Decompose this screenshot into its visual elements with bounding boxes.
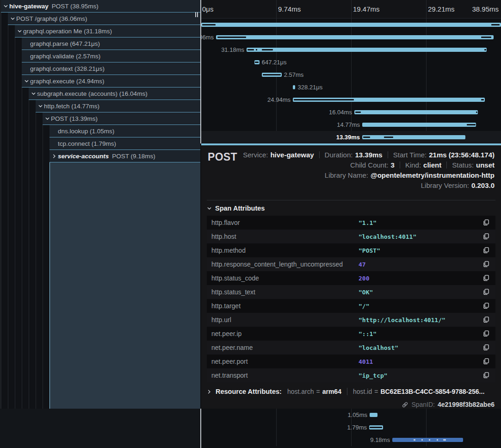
timeline-row[interactable]: 328.21μs bbox=[201, 81, 501, 93]
span-row-content[interactable]: POST /graphql (36.06ms) bbox=[8, 12, 200, 25]
chevron-down-icon[interactable] bbox=[23, 79, 30, 84]
timeline-row[interactable]: 13.39ms bbox=[201, 131, 501, 143]
ruler-tick-label: 9.74ms bbox=[278, 0, 301, 19]
span-row[interactable]: graphql.context (328.21μs) bbox=[0, 62, 200, 75]
attribute-value: "OK" bbox=[359, 289, 373, 296]
copy-icon[interactable] bbox=[482, 316, 490, 324]
span-row-content[interactable]: http.fetch (14.77ms) bbox=[36, 100, 200, 112]
span-bar[interactable] bbox=[262, 73, 282, 77]
meta-value: 3 bbox=[391, 161, 395, 169]
resource-attributes-row[interactable]: Resource Attributes: host.arch=arm64host… bbox=[207, 388, 484, 395]
timeline-row[interactable]: 1.05ms bbox=[201, 409, 501, 421]
timeline-row[interactable]: 647.21μs bbox=[201, 56, 501, 68]
resource-key: host.arch bbox=[287, 388, 314, 395]
span-row[interactable]: hive-gatewayPOST (38.95ms) bbox=[0, 0, 200, 12]
chevron-down-icon[interactable] bbox=[9, 16, 16, 21]
span-row-content[interactable]: POST (13.39ms) bbox=[43, 112, 200, 125]
timeline-row[interactable]: 1.79ms bbox=[201, 421, 501, 434]
span-row-content[interactable]: dns.lookup (1.05ms) bbox=[49, 125, 200, 137]
span-duration-label: 9.18ms bbox=[370, 434, 390, 446]
span-bar[interactable] bbox=[247, 48, 487, 52]
span-attributes-header[interactable]: Span Attributes bbox=[207, 205, 265, 212]
span-row[interactable]: service-accountsPOST (9.18ms) bbox=[0, 150, 200, 162]
detail-meta-line: Library Version:0.203.0 bbox=[421, 180, 495, 190]
span-bar[interactable] bbox=[370, 413, 377, 417]
span-bar[interactable] bbox=[362, 123, 476, 127]
copy-icon[interactable] bbox=[482, 274, 490, 282]
chevron-down-icon[interactable] bbox=[2, 4, 9, 9]
chevron-down-icon[interactable] bbox=[16, 29, 23, 34]
timeline-row[interactable]: 31.18ms bbox=[201, 44, 501, 56]
span-bar[interactable] bbox=[201, 23, 501, 27]
detail-meta-line: Child Count:3Kind:clientStatus:unset bbox=[350, 160, 495, 170]
ruler-tick-label: 29.21ms bbox=[428, 0, 455, 19]
copy-icon[interactable] bbox=[482, 233, 490, 240]
span-attribute-row: http.status_code 200 bbox=[207, 271, 495, 285]
detail-meta-item: Child Count:3 bbox=[350, 161, 395, 169]
panel-resize-handle[interactable] bbox=[194, 12, 199, 18]
chevron-down-icon[interactable] bbox=[43, 116, 51, 121]
span-bar[interactable] bbox=[254, 60, 260, 64]
span-row[interactable]: dns.lookup (1.05ms) bbox=[0, 125, 200, 137]
timeline-row[interactable]: 38.95ms bbox=[201, 19, 501, 31]
timeline-row[interactable]: 36.06ms bbox=[201, 31, 501, 44]
span-bar[interactable] bbox=[392, 438, 463, 442]
span-bar[interactable] bbox=[369, 425, 383, 429]
copy-icon[interactable] bbox=[482, 247, 490, 254]
span-row-content[interactable]: graphql.validate (2.57ms) bbox=[22, 50, 200, 62]
span-row-content[interactable]: hive-gatewayPOST (38.95ms) bbox=[1, 0, 200, 12]
span-row-content[interactable]: service-accountsPOST (9.18ms) bbox=[49, 150, 200, 162]
span-bar[interactable] bbox=[216, 35, 494, 39]
span-row-content[interactable]: graphql.execute (24.94ms) bbox=[22, 75, 200, 87]
link-icon[interactable] bbox=[402, 401, 408, 408]
trace-timeline-view: Service & Operation hive-gatewayPOST (38… bbox=[0, 0, 501, 448]
span-row[interactable]: POST (13.39ms) bbox=[0, 112, 200, 125]
span-attribute-row: net.peer.ip "::1" bbox=[207, 327, 495, 341]
span-bar[interactable] bbox=[362, 135, 465, 139]
copy-icon[interactable] bbox=[482, 358, 490, 365]
span-row-content[interactable]: subgraph.execute (accounts) (16.04ms) bbox=[29, 87, 200, 100]
timeline-row[interactable]: 9.18ms bbox=[201, 434, 501, 446]
span-bar-child-marker bbox=[256, 49, 257, 50]
copy-icon[interactable] bbox=[482, 302, 490, 310]
span-row[interactable]: http.fetch (14.77ms) bbox=[0, 100, 200, 112]
detail-meta-line: Service:hive-gatewayDuration:13.39msStar… bbox=[243, 149, 495, 160]
span-row[interactable]: graphql.operation Me (31.18ms) bbox=[0, 25, 200, 37]
span-row[interactable]: graphql.parse (647.21μs) bbox=[0, 37, 200, 50]
span-row-content[interactable]: graphql.operation Me (31.18ms) bbox=[15, 25, 200, 37]
span-tree-bottom: dns.lookup (1.05ms)tcp.connect (1.79ms)s… bbox=[0, 125, 200, 162]
copy-icon[interactable] bbox=[482, 330, 490, 337]
span-bar[interactable] bbox=[293, 85, 295, 89]
span-operation-label: graphql.parse (647.21μs) bbox=[30, 40, 100, 47]
copy-icon[interactable] bbox=[482, 219, 490, 226]
span-attribute-row: http.host "localhost:4011" bbox=[207, 230, 495, 243]
span-row-content[interactable]: tcp.connect (1.79ms) bbox=[49, 137, 200, 150]
copy-icon[interactable] bbox=[482, 288, 490, 296]
chevron-right-icon[interactable] bbox=[50, 154, 58, 159]
timeline-row[interactable]: 2.57ms bbox=[201, 68, 501, 81]
span-row-content[interactable]: graphql.context (328.21μs) bbox=[22, 62, 200, 75]
ruler-gridline bbox=[276, 0, 277, 18]
span-row[interactable]: tcp.connect (1.79ms) bbox=[0, 137, 200, 150]
span-bar[interactable] bbox=[293, 98, 485, 102]
timeline-row[interactable]: 16.04ms bbox=[201, 106, 501, 118]
span-row-content[interactable]: graphql.parse (647.21μs) bbox=[22, 37, 200, 50]
timeline-row[interactable]: 24.94ms bbox=[201, 93, 501, 106]
panel-divider[interactable] bbox=[200, 409, 201, 448]
span-duration-label: 14.77ms bbox=[337, 118, 360, 131]
copy-icon[interactable] bbox=[482, 261, 490, 268]
span-bar[interactable] bbox=[354, 110, 478, 114]
meta-separator bbox=[446, 162, 447, 168]
span-row[interactable]: graphql.validate (2.57ms) bbox=[0, 50, 200, 62]
chevron-down-icon[interactable] bbox=[37, 104, 44, 109]
span-duration-label: 16.04ms bbox=[329, 106, 352, 118]
chevron-down-icon[interactable] bbox=[30, 91, 37, 96]
copy-icon[interactable] bbox=[482, 372, 490, 379]
panel-divider[interactable] bbox=[200, 0, 201, 143]
ruler-tick-label: 0μs bbox=[202, 0, 214, 19]
span-row[interactable]: subgraph.execute (accounts) (16.04ms) bbox=[0, 87, 200, 100]
span-row[interactable]: POST /graphql (36.06ms) bbox=[0, 12, 200, 25]
span-row[interactable]: graphql.execute (24.94ms) bbox=[0, 75, 200, 87]
copy-icon[interactable] bbox=[482, 344, 490, 351]
timeline-row[interactable]: 14.77ms bbox=[201, 118, 501, 131]
